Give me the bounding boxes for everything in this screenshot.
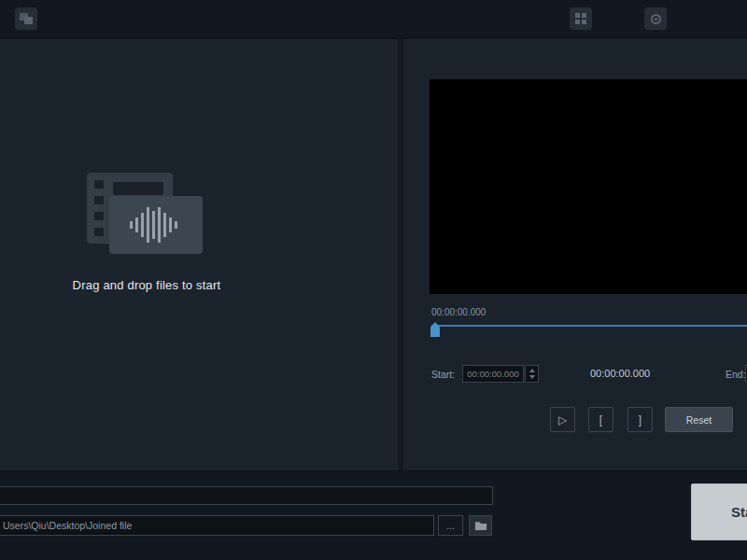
video-preview: [430, 79, 747, 294]
play-button[interactable]: ▷: [550, 407, 575, 432]
timeline-slider[interactable]: [431, 325, 747, 327]
end-label: End:: [726, 369, 746, 380]
folder-icon: [474, 521, 487, 531]
browse-button[interactable]: ...: [438, 515, 463, 536]
spinner-up-icon[interactable]: [529, 369, 535, 372]
output-bar: ... Start: [0, 470, 747, 560]
grid-icon[interactable]: [570, 7, 592, 30]
spinner-down-icon[interactable]: [529, 375, 535, 379]
reset-button[interactable]: Reset: [665, 407, 733, 432]
set-end-button[interactable]: ]: [627, 407, 653, 432]
start-label: Start:: [431, 369, 455, 380]
start-time-input[interactable]: [462, 365, 524, 383]
app-logo-icon[interactable]: [15, 7, 37, 30]
current-time: 00:00:00.000: [590, 368, 650, 379]
start-time-spinner[interactable]: [525, 365, 539, 383]
audio-waveform-icon: [109, 196, 203, 254]
settings-icon[interactable]: [644, 7, 667, 30]
open-folder-button[interactable]: [469, 515, 492, 536]
start-job-button[interactable]: Start: [691, 483, 747, 540]
preview-panel: 00:00:00.000 Start: 00:00:00.000 End: ▷ …: [403, 39, 747, 470]
set-start-button[interactable]: [: [588, 407, 613, 432]
app-window: Drag and drop files to start 00:00:00.00…: [0, 0, 747, 560]
top-toolbar: [0, 0, 747, 38]
dropzone-message: Drag and drop files to start: [49, 278, 244, 292]
media-icons: [49, 170, 244, 278]
output-name-input[interactable]: [0, 486, 493, 505]
dropzone[interactable]: Drag and drop files to start: [0, 39, 398, 470]
output-path-input[interactable]: [0, 515, 434, 536]
dropzone-content: Drag and drop files to start: [49, 170, 244, 292]
timeline-elapsed-label: 00:00:00.000: [431, 307, 486, 317]
